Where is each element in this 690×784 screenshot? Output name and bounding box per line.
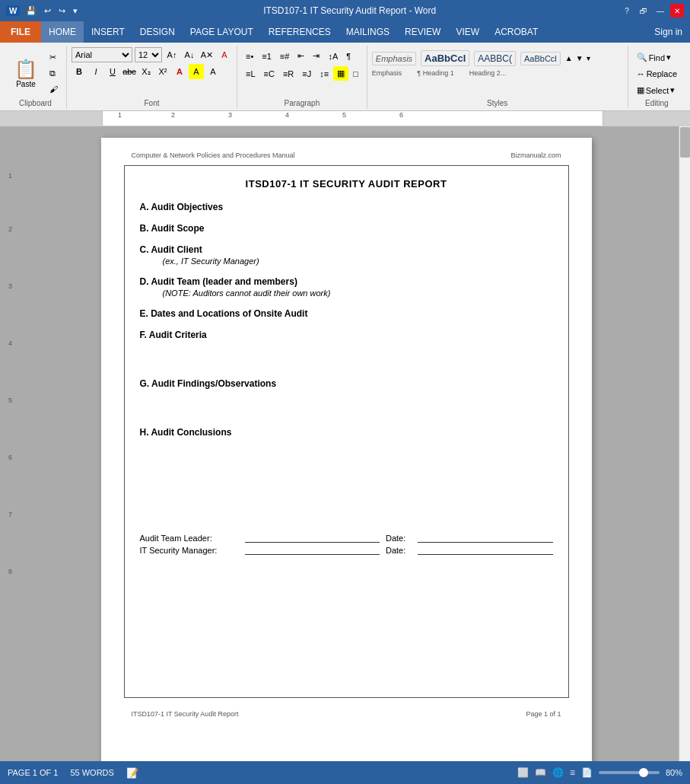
align-left-button[interactable]: ≡L [242, 66, 259, 81]
cut-button[interactable]: ✂ [46, 50, 62, 65]
sign-in-link[interactable]: Sign in [647, 23, 690, 41]
sig-date2-line[interactable] [418, 554, 553, 555]
tab-design[interactable]: DESIGN [132, 21, 183, 43]
justify-button[interactable]: ≡J [298, 66, 315, 81]
zoom-slider[interactable] [599, 771, 660, 774]
strikethrough-button[interactable]: abc [122, 64, 137, 79]
styles-scroll-down[interactable]: ▼ [576, 54, 583, 62]
replace-button[interactable]: ↔ Replace [633, 67, 681, 81]
style-heading2[interactable]: AaBbCcl [520, 52, 561, 65]
font-name-select[interactable]: Arial [72, 47, 132, 62]
view-web-layout[interactable]: 🌐 [552, 767, 564, 778]
style-heading1[interactable]: AaBbCcl [421, 50, 469, 66]
sig-date1-label: Date: [386, 534, 413, 543]
shrink-font-button[interactable]: A↓ [182, 47, 197, 62]
view-outline[interactable]: ≡ [570, 767, 575, 778]
select-button[interactable]: ▦ Select ▾ [633, 83, 681, 97]
tab-review[interactable]: REVIEW [397, 21, 448, 43]
align-right-button[interactable]: ≡R [279, 66, 297, 81]
line-spacing-button[interactable]: ↕≡ [316, 66, 332, 81]
scrollbar-thumb[interactable] [680, 127, 690, 158]
superscript-button[interactable]: X² [155, 64, 170, 79]
restore-button[interactable]: 🗗 [637, 4, 650, 18]
shading-button[interactable]: ▦ [333, 66, 348, 81]
document-page[interactable]: Computer & Network Policies and Procedur… [101, 138, 592, 761]
ruler-mark-6: 6 [399, 111, 403, 119]
section-c-label: C. [140, 244, 151, 255]
styles-more[interactable]: ▾ [587, 54, 590, 62]
section-a[interactable]: A. Audit Objectives [140, 202, 553, 212]
grow-font-button[interactable]: A↑ [164, 47, 180, 62]
numbered-list-button[interactable]: ≡1 [258, 49, 275, 63]
scrollbar-vertical[interactable] [679, 126, 690, 761]
style-heading1-alt[interactable]: AABBC( [474, 51, 516, 66]
italic-button[interactable]: I [88, 64, 103, 79]
section-h[interactable]: H. Audit Conclusions [140, 427, 553, 438]
section-d[interactable]: D. Audit Team (leader and members) (NOTE… [140, 276, 553, 298]
underline-button[interactable]: U [105, 64, 120, 79]
increase-indent-button[interactable]: ⇥ [309, 49, 323, 63]
section-c[interactable]: C. Audit Client (ex., IT Security Manage… [140, 244, 553, 266]
bold-button[interactable]: B [72, 64, 87, 79]
section-b[interactable]: B. Audit Scope [140, 223, 553, 234]
sig-date1-line[interactable] [418, 542, 553, 543]
font-size-select[interactable]: 12 [135, 47, 162, 62]
section-g[interactable]: G. Audit Findings/Observations [140, 378, 553, 389]
zoom-thumb[interactable] [639, 768, 648, 777]
view-draft[interactable]: 📄 [581, 767, 593, 778]
view-print-layout[interactable]: ⬜ [517, 767, 529, 778]
border-button[interactable]: □ [349, 66, 362, 81]
emphasis-sublabel: Emphasis [372, 69, 402, 77]
titlebar-left: W 💾 ↩ ↪ ▾ [6, 5, 79, 16]
align-center-button[interactable]: ≡C [260, 66, 278, 81]
styles-scroll-up[interactable]: ▲ [565, 54, 573, 62]
sig-leader-line[interactable] [245, 542, 380, 543]
highlight-button[interactable]: A [189, 64, 204, 79]
section-a-label: A. [140, 202, 151, 212]
show-marks-button[interactable]: ¶ [342, 49, 355, 63]
tab-mailings[interactable]: MAILINGS [339, 21, 397, 43]
find-button[interactable]: 🔍 Find ▾ [633, 50, 681, 65]
copy-button[interactable]: ⧉ [46, 66, 62, 81]
tab-insert[interactable]: INSERT [84, 21, 132, 43]
left-ruler-8: 8 [8, 568, 12, 575]
zoom-level[interactable]: 80% [666, 768, 682, 777]
heading2-label: AaBbCcl [524, 54, 557, 63]
document-content[interactable]: ITSD107-1 IT SECURITY AUDIT REPORT A. Au… [124, 165, 569, 698]
quick-access-more[interactable]: ▾ [73, 6, 78, 16]
tab-home[interactable]: HOME [41, 21, 84, 43]
left-ruler-3: 3 [8, 282, 12, 290]
decrease-indent-button[interactable]: ⇤ [294, 49, 308, 63]
quick-access-redo[interactable]: ↪ [59, 6, 65, 16]
clipboard-group: 📋 Paste ✂ ⧉ 🖌 Clipboard [5, 46, 67, 109]
tab-view[interactable]: VIEW [448, 21, 487, 43]
multilevel-list-button[interactable]: ≡# [276, 49, 294, 63]
close-button[interactable]: ✕ [670, 4, 684, 18]
file-tab[interactable]: FILE [0, 21, 41, 43]
help-button[interactable]: ? [620, 4, 634, 18]
proofing-icon[interactable]: 📝 [126, 767, 138, 779]
tab-references[interactable]: REFERENCES [261, 21, 339, 43]
section-f[interactable]: F. Audit Criteria [140, 330, 553, 340]
sort-button[interactable]: ↕A [324, 49, 342, 63]
view-full-reading[interactable]: 📖 [535, 767, 546, 778]
minimize-button[interactable]: — [653, 4, 667, 18]
sig-manager-line[interactable] [245, 554, 380, 555]
format-painter-button[interactable]: 🖌 [46, 82, 62, 96]
style-emphasis[interactable]: Emphasis [372, 52, 416, 65]
tab-page-layout[interactable]: PAGE LAYOUT [183, 21, 261, 43]
text-color-button[interactable]: A [172, 64, 187, 79]
subscript-button[interactable]: X₂ [138, 64, 154, 79]
statusbar: PAGE 1 OF 1 55 WORDS 📝 ⬜ 📖 🌐 ≡ 📄 80% [0, 761, 690, 784]
page-area[interactable]: Computer & Network Policies and Procedur… [14, 126, 679, 761]
quick-access-save[interactable]: 💾 [26, 6, 37, 16]
tab-acrobat[interactable]: ACROBAT [487, 21, 545, 43]
text-effects-button[interactable]: A [217, 47, 232, 62]
font-color-button[interactable]: A [205, 64, 221, 79]
bullet-list-button[interactable]: ≡• [242, 49, 257, 63]
paste-button[interactable]: 📋 Paste [9, 55, 43, 92]
clear-format-button[interactable]: A✕ [199, 47, 215, 62]
quick-access-undo[interactable]: ↩ [44, 6, 51, 16]
section-e[interactable]: E. Dates and Locations of Onsite Audit [140, 308, 553, 319]
header-left: Computer & Network Policies and Procedur… [132, 151, 295, 159]
